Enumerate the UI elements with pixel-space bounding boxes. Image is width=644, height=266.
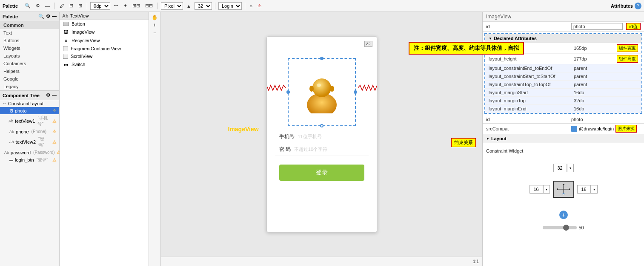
tree-phone-warning: ⚠ xyxy=(52,129,57,134)
avatar-image xyxy=(301,71,343,113)
textview-name: TextView xyxy=(70,13,89,18)
tree-textview1-sublabel: "手机号" xyxy=(37,115,51,127)
attr-constraint-start-value[interactable]: parent xyxy=(574,74,638,79)
margin-right-value[interactable]: 16 xyxy=(577,185,591,194)
login-dropdown[interactable]: Login xyxy=(218,2,242,10)
margin-top-value[interactable]: 32 xyxy=(553,164,567,172)
tree-settings-icon[interactable]: ⚙ xyxy=(46,93,50,98)
palette-category-containers[interactable]: Containers xyxy=(0,60,59,67)
tree-text-icon-1: Ab xyxy=(9,119,13,123)
palette-category-common[interactable]: Common xyxy=(0,21,59,29)
attr-id-value[interactable]: photo xyxy=(571,23,623,30)
palette-panel: Palette 🔍 ⚙ — Common Text Buttons Widget… xyxy=(0,12,60,266)
palette-category-text[interactable]: Text xyxy=(0,29,59,37)
attr-id-row: id photo id值 xyxy=(483,22,644,32)
collapse-icon[interactable]: — xyxy=(52,14,57,19)
tree-item-password[interactable]: Ab password (Password) ⚠ xyxy=(0,149,59,156)
palette-item-switch[interactable]: ●● Switch xyxy=(60,60,149,69)
palette-category-helpers[interactable]: Helpers xyxy=(0,67,59,75)
palette-item-button[interactable]: Button xyxy=(60,20,149,28)
imageview-annotation-label: ImageView xyxy=(228,126,259,133)
attr-layout-width-value[interactable]: 165dp xyxy=(574,46,615,51)
margin-left-dropdown[interactable]: ▾ xyxy=(543,185,550,194)
fragmentcontainerview-label: FragmentContainerView xyxy=(71,46,121,51)
declared-section-header[interactable]: ▼ Declared Attributes xyxy=(485,34,641,43)
zoom-dropdown[interactable]: 32 xyxy=(195,2,212,10)
search-btn[interactable]: 🔍 xyxy=(23,3,32,9)
tree-item-constraint-layout[interactable]: ↔ ConstraintLayout xyxy=(0,100,59,107)
attr-id-value-2[interactable]: photo xyxy=(571,117,641,122)
palette-category-layouts[interactable]: Layouts xyxy=(0,52,59,60)
scale-bar-area: 50 xyxy=(486,225,641,230)
attr-constraint-end-value[interactable]: parent xyxy=(574,66,638,71)
search-icon[interactable]: 🔍 xyxy=(38,14,44,19)
svg-point-10 xyxy=(569,188,570,190)
tree-textview2-label: textView2 xyxy=(16,139,36,145)
attr-layout-height-value[interactable]: 177dp xyxy=(574,56,615,61)
settings-icon[interactable]: ⚙ xyxy=(46,14,50,19)
scale-bar[interactable] xyxy=(543,226,577,229)
attr-constraint-top-value[interactable]: parent xyxy=(574,82,638,87)
grid-btn[interactable]: ⊞⊞ xyxy=(131,3,142,9)
attr-margin-end-value[interactable]: 16dp xyxy=(574,106,638,111)
srccompat-value-text: @drawable/login xyxy=(579,126,614,131)
wave-btn[interactable]: 〜 xyxy=(112,2,120,9)
margin-right-dropdown[interactable]: ▾ xyxy=(591,185,598,194)
attr-margin-top-value[interactable]: 32dp xyxy=(574,98,638,103)
constraint-plus-btn[interactable]: + xyxy=(559,211,568,219)
tree-text-icon-2: Ab xyxy=(9,140,14,144)
zoom-plus-btn[interactable]: + xyxy=(153,22,156,28)
margin-top-dropdown[interactable]: ▾ xyxy=(567,164,574,172)
scale-handle[interactable] xyxy=(563,225,569,231)
margin-top-area: 32 ▾ xyxy=(553,164,574,172)
width-annotation: 组件宽度 xyxy=(617,44,638,52)
tree-item-login-btn[interactable]: ▬ login_btn "登录" ⚠ xyxy=(0,156,59,164)
more-btn[interactable]: » xyxy=(248,3,254,9)
tree-loginbtn-warning: ⚠ xyxy=(52,157,57,163)
palette-category-google[interactable]: Google xyxy=(0,75,59,83)
palette-header: Palette 🔍 ⚙ — xyxy=(0,12,59,21)
align-btn[interactable]: ⊟⊟ xyxy=(143,3,155,9)
close-panel-btn[interactable]: — xyxy=(43,3,52,9)
attr-srccompat-value[interactable]: @drawable/login xyxy=(571,126,614,132)
palette-category-buttons[interactable]: Buttons xyxy=(0,37,59,44)
help-btn[interactable]: ? xyxy=(635,3,641,9)
palette-category-legacy[interactable]: Legacy xyxy=(0,83,59,90)
tree-title: Component Tree xyxy=(3,93,40,98)
pixel-dropdown[interactable]: Pixel xyxy=(161,2,183,10)
svg-point-7 xyxy=(563,184,564,185)
warning-btn[interactable]: ⚠ xyxy=(256,3,263,9)
tree-item-textview2[interactable]: Ab textView2 "密 码" ⚠ xyxy=(0,135,59,149)
attr-margin-start-value[interactable]: 16dp xyxy=(574,90,638,95)
pan-btn[interactable]: ✋ xyxy=(152,14,158,20)
tree-header-icons: ⚙ — xyxy=(46,93,57,98)
tree-item-textview1[interactable]: Ab textView1 "手机号" ⚠ xyxy=(0,114,59,128)
constraint-inner-widget[interactable] xyxy=(553,181,574,198)
tree-password-label: password xyxy=(11,150,31,155)
settings-btn[interactable]: ⚙ xyxy=(34,3,42,9)
blueprint-btn[interactable]: ⊟ xyxy=(68,3,75,9)
attr-id-row-2: id photo xyxy=(483,116,644,124)
palette-item-scrollview[interactable]: ScrollView xyxy=(60,52,149,60)
palette-item-fragmentcontainerview[interactable]: FragmentContainerView xyxy=(60,45,149,52)
svg-point-2 xyxy=(309,86,314,92)
id-annotation-label: id值 xyxy=(626,23,641,30)
design-btn[interactable]: 🖊 xyxy=(58,3,66,9)
odp-dropdown[interactable]: 0dp xyxy=(90,2,110,10)
zoom-fit-btn[interactable]: ⊞ xyxy=(77,3,84,9)
tree-collapse-icon[interactable]: — xyxy=(52,93,57,98)
login-button[interactable]: 登录 xyxy=(279,165,364,181)
zoom-minus-btn[interactable]: − xyxy=(153,30,156,36)
svg-point-3 xyxy=(330,86,334,92)
phone-image-area[interactable] xyxy=(288,58,356,126)
tree-item-photo[interactable]: 🖼 photo ⚠ xyxy=(0,107,59,114)
palette-item-imageview[interactable]: 🖼 ImageView xyxy=(60,28,149,36)
tree-item-phone[interactable]: Ab phone (Phone) ⚠ xyxy=(0,128,59,135)
attr-srccompat-name: srcCompat xyxy=(486,126,571,131)
magic-btn[interactable]: ✦ xyxy=(122,3,129,9)
svg-point-8 xyxy=(563,194,564,194)
palette-category-widgets[interactable]: Widgets xyxy=(0,44,59,52)
margin-left-value[interactable]: 16 xyxy=(530,185,543,194)
layout-section-header[interactable]: ▼ Layout xyxy=(483,134,644,143)
palette-item-recyclerview[interactable]: ≡ RecyclerView xyxy=(60,36,149,45)
